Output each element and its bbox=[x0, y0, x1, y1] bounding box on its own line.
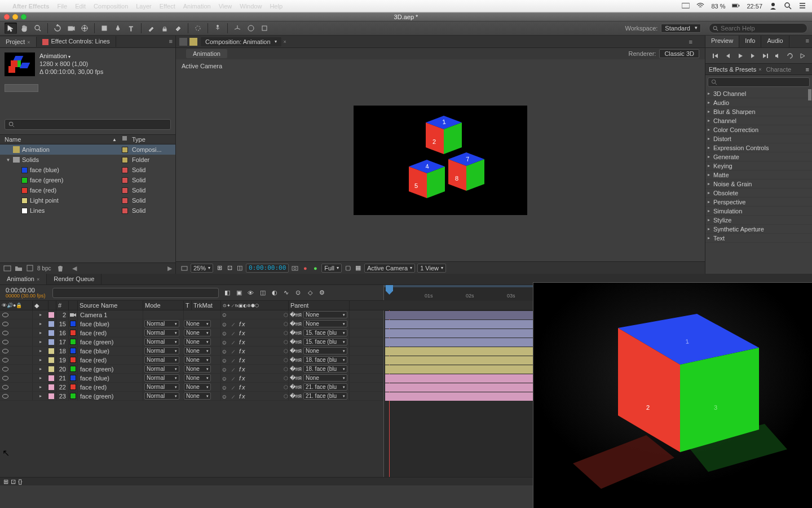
channel-icon[interactable]: ● bbox=[301, 264, 309, 272]
transparency-icon[interactable]: ▦ bbox=[354, 264, 362, 272]
eraser-tool[interactable] bbox=[172, 23, 184, 34]
flowchart-icon[interactable] bbox=[179, 38, 187, 46]
effect-category[interactable]: ▸Generate bbox=[705, 152, 812, 161]
pan-behind-tool[interactable] bbox=[78, 23, 91, 34]
project-list[interactable]: AnimationComposi...▼SolidsFolderface (bl… bbox=[0, 144, 175, 262]
timeline-comp-tab[interactable]: Animation× bbox=[0, 274, 47, 284]
effect-category[interactable]: ▸Matte bbox=[705, 170, 812, 179]
zoom-window[interactable] bbox=[21, 14, 27, 20]
timeline-layer[interactable]: ▸22face (red)NormalNone⊙ ⟋ fx ⬡�ня21. fa… bbox=[0, 383, 383, 392]
mask-icon[interactable]: ◫ bbox=[236, 264, 244, 272]
wifi-icon[interactable] bbox=[696, 2, 704, 11]
project-item[interactable]: AnimationComposi... bbox=[0, 144, 175, 155]
grid-icon[interactable]: ⊞ bbox=[215, 264, 223, 272]
effect-category[interactable]: ▸Blur & Sharpen bbox=[705, 107, 812, 116]
renderer-button[interactable]: Classic 3D bbox=[659, 49, 699, 58]
timeline-layer[interactable]: ▸18face (blue)NormalNone⊙ ⟋ fx ⬡�няNone bbox=[0, 347, 383, 356]
effect-category[interactable]: ▸Text bbox=[705, 234, 812, 243]
menu-file[interactable]: File bbox=[57, 3, 67, 10]
next-arrow-icon[interactable]: ▶ bbox=[167, 265, 172, 272]
project-item[interactable]: face (blue)Solid bbox=[0, 165, 175, 175]
snapshot-icon[interactable] bbox=[291, 264, 299, 272]
app-name[interactable]: After Effects bbox=[12, 3, 49, 10]
menu-view[interactable]: View bbox=[219, 3, 232, 10]
brush-tool[interactable] bbox=[145, 23, 157, 34]
rotation-tool[interactable] bbox=[51, 23, 64, 34]
mute-button[interactable] bbox=[773, 51, 783, 60]
menu-layer[interactable]: Layer bbox=[136, 3, 152, 10]
ram-preview-button[interactable] bbox=[797, 51, 807, 60]
nviews-dropdown[interactable]: 1 View bbox=[417, 264, 446, 273]
effect-category[interactable]: ▸Simulation bbox=[705, 207, 812, 216]
first-frame-button[interactable] bbox=[710, 51, 721, 60]
comp-name[interactable]: Animation bbox=[39, 52, 103, 59]
effect-category[interactable]: ▸Synthetic Aperture bbox=[705, 225, 812, 234]
pen-tool[interactable] bbox=[112, 23, 124, 34]
motion-blur-icon[interactable]: ◐ bbox=[270, 288, 280, 298]
minimize-window[interactable] bbox=[12, 14, 18, 20]
effects-presets-tab[interactable]: Effects & Presets bbox=[709, 66, 756, 73]
visibility-toggle[interactable] bbox=[2, 340, 8, 344]
world-axis-mode[interactable] bbox=[245, 23, 257, 34]
visibility-toggle[interactable] bbox=[2, 367, 8, 371]
last-frame-button[interactable] bbox=[760, 51, 770, 60]
interpret-footage-icon[interactable] bbox=[3, 264, 11, 273]
effects-search[interactable] bbox=[708, 77, 810, 87]
effects-list[interactable]: ▸3D Channel▸Audio▸Blur & Sharpen▸Channel… bbox=[705, 89, 812, 274]
menu-window[interactable]: Window bbox=[240, 3, 262, 10]
timeline-layer[interactable]: ▸17face (green)NormalNone⊙ ⟋ fx ⬡�ня15. … bbox=[0, 338, 383, 347]
brainstorm-icon[interactable]: ⊙ bbox=[293, 288, 303, 298]
puppet-tool[interactable] bbox=[211, 23, 224, 34]
visibility-toggle[interactable] bbox=[2, 349, 8, 353]
help-search[interactable] bbox=[709, 23, 807, 33]
timeline-layer[interactable]: ▸16face (red)NormalNone⊙ ⟋ fx ⬡�ня15. fa… bbox=[0, 329, 383, 338]
project-tab[interactable]: Project× bbox=[0, 37, 37, 47]
visibility-toggle[interactable] bbox=[2, 331, 8, 335]
timeline-layer[interactable]: ▸2Camera 1⊙ ⬡�няNone bbox=[0, 310, 383, 319]
next-frame-button[interactable] bbox=[748, 51, 758, 60]
timeline-layer[interactable]: ▸20face (green)NormalNone⊙ ⟋ fx ⬡�ня18. … bbox=[0, 365, 383, 374]
window-titlebar[interactable]: 3D.aep * bbox=[0, 12, 812, 21]
loop-button[interactable] bbox=[785, 51, 795, 60]
current-time[interactable]: 0:00:00:00 bbox=[246, 264, 289, 273]
bit-depth[interactable]: 8 bpc bbox=[37, 265, 51, 271]
external-preview-window[interactable]: 2 3 1 bbox=[533, 282, 812, 508]
effect-category[interactable]: ▸Perspective bbox=[705, 198, 812, 207]
user-icon[interactable] bbox=[769, 2, 777, 11]
project-item[interactable]: face (red)Solid bbox=[0, 185, 175, 195]
toggle-switches-icon[interactable]: ⊞ bbox=[3, 478, 8, 485]
prev-frame-button[interactable] bbox=[723, 51, 733, 60]
notifications-icon[interactable] bbox=[798, 2, 806, 11]
visibility-toggle[interactable] bbox=[2, 385, 8, 389]
menu-composition[interactable]: Composition bbox=[94, 3, 128, 10]
new-comp-icon[interactable] bbox=[26, 264, 34, 273]
resolution-dropdown[interactable]: Full bbox=[321, 264, 342, 273]
comp-subtab[interactable]: Animation bbox=[186, 49, 227, 58]
comp-thumbnail[interactable] bbox=[5, 52, 35, 76]
panel-menu-icon[interactable]: ≡ bbox=[689, 38, 692, 45]
project-item[interactable]: face (green)Solid bbox=[0, 175, 175, 185]
effect-category[interactable]: ▸Keying bbox=[705, 161, 812, 170]
visibility-toggle[interactable] bbox=[2, 358, 8, 362]
effect-category[interactable]: ▸Noise & Grain bbox=[705, 179, 812, 189]
spotlight-icon[interactable] bbox=[784, 2, 792, 11]
panel-menu-icon[interactable]: ≡ bbox=[806, 66, 809, 73]
rectangle-tool[interactable] bbox=[98, 23, 111, 34]
workspace-dropdown[interactable]: Standard bbox=[661, 24, 701, 33]
type-tool[interactable]: T bbox=[125, 23, 138, 34]
project-item[interactable]: Light pointSolid bbox=[0, 195, 175, 205]
selection-tool[interactable] bbox=[5, 23, 17, 34]
timeline-layer[interactable]: ▸21face (blue)NormalNone⊙ ⟋ fx ⬡�няNone bbox=[0, 374, 383, 383]
canvas[interactable]: 1 2 7 8 bbox=[354, 106, 527, 215]
visibility-toggle[interactable] bbox=[2, 394, 8, 398]
effect-category[interactable]: ▸Obsolete bbox=[705, 189, 812, 198]
toggle-in-out-icon[interactable]: {} bbox=[18, 478, 22, 485]
timeline-layer[interactable]: ▸23face (green)NormalNone⊙ ⟋ fx ⬡�ня21. … bbox=[0, 392, 383, 401]
current-timecode[interactable]: 0:00:00:00 00000 (30.00 fps) bbox=[0, 287, 46, 299]
menu-animation[interactable]: Animation bbox=[183, 3, 211, 10]
effect-category[interactable]: ▸3D Channel bbox=[705, 89, 812, 98]
frame-blend-icon[interactable]: ◫ bbox=[258, 288, 268, 298]
timeline-settings-icon[interactable]: ⚙ bbox=[317, 288, 327, 298]
composition-viewer[interactable]: Active Camera 1 2 bbox=[176, 59, 705, 261]
play-button[interactable] bbox=[735, 51, 745, 60]
